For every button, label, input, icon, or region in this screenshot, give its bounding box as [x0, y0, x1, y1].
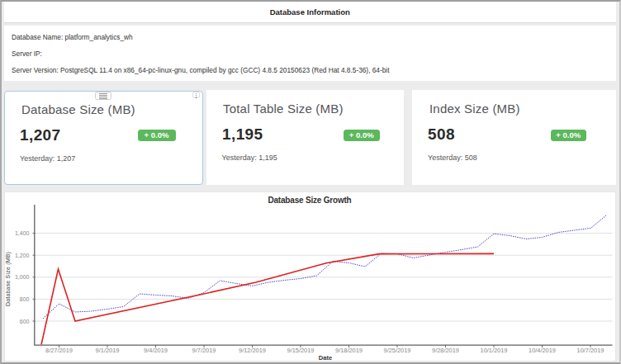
svg-text:9/7/2019: 9/7/2019 [192, 347, 216, 354]
svg-text:9/18/2019: 9/18/2019 [335, 347, 363, 354]
svg-text:Database Size (MB): Database Size (MB) [5, 252, 12, 306]
svg-text:8/27/2019: 8/27/2019 [45, 347, 73, 354]
svg-text:10/7/2019: 10/7/2019 [577, 347, 604, 354]
svg-text:1,000: 1,000 [15, 274, 30, 280]
svg-text:9/28/2019: 9/28/2019 [432, 347, 459, 354]
svg-text:800: 800 [20, 296, 30, 302]
svg-text:Database Size Growth: Database Size Growth [268, 196, 351, 205]
svg-text:9/15/2019: 9/15/2019 [287, 347, 315, 354]
svg-text:1,200: 1,200 [15, 253, 30, 258]
svg-text:9/1/2019: 9/1/2019 [96, 347, 120, 354]
svg-text:600: 600 [20, 319, 30, 324]
svg-text:1,400: 1,400 [15, 230, 30, 236]
svg-text:9/25/2019: 9/25/2019 [384, 347, 411, 354]
svg-text:10/4/2019: 10/4/2019 [529, 347, 556, 354]
svg-text:9/12/2019: 9/12/2019 [239, 347, 266, 354]
svg-text:10/1/2019: 10/1/2019 [481, 347, 508, 354]
svg-text:Date: Date [319, 354, 332, 362]
svg-text:9/4/2019: 9/4/2019 [144, 347, 168, 354]
